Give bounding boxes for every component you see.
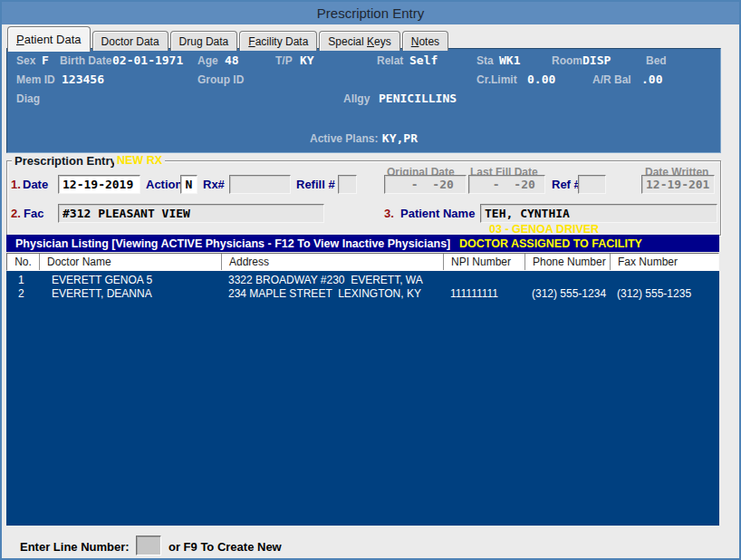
column-fax-number: Fax Number bbox=[611, 254, 720, 270]
patient-summary-panel: Sex F Birth Date 02-01-1971 Age 48 T/P K… bbox=[6, 48, 721, 153]
prescription-entry-window: { "window": { "title": "Prescription Ent… bbox=[0, 0, 741, 560]
table-row[interactable]: 2 EVERETT, DEANNA 234 MAPLE STREET LEXIN… bbox=[6, 287, 719, 301]
rx-number-label: Rx# bbox=[203, 178, 225, 191]
new-rx-status: NEW RX bbox=[114, 154, 165, 167]
refill-input[interactable] bbox=[338, 175, 357, 194]
action-label: Action bbox=[146, 178, 182, 191]
action-input[interactable] bbox=[180, 175, 197, 194]
facility-input[interactable] bbox=[58, 204, 324, 223]
field-2-number: 2. bbox=[11, 207, 21, 220]
sex-label: Sex bbox=[16, 54, 35, 67]
birth-date-value: 02-01-1971 bbox=[112, 53, 183, 67]
physician-listing-bar: Physician Listing [Viewing ACTIVE Physic… bbox=[6, 235, 719, 252]
cr-limit-value: 0.00 bbox=[527, 72, 555, 86]
mem-id-label: Mem ID bbox=[16, 73, 55, 86]
active-plans-value: KY,PR bbox=[382, 131, 418, 145]
column-no: No. bbox=[7, 254, 40, 270]
tab-strip: Patient Data Doctor Data Drug Data Facil… bbox=[7, 25, 448, 51]
tab-drug-data[interactable]: Drug Data bbox=[170, 31, 238, 51]
title-bar: Prescription Entry bbox=[2, 2, 739, 24]
enter-line-number-label: Enter Line Number: bbox=[20, 540, 130, 554]
last-fill-date-input[interactable] bbox=[468, 175, 545, 194]
bed-label: Bed bbox=[646, 54, 667, 67]
date-label: Date bbox=[23, 178, 48, 191]
physician-listing-title: Physician Listing [Viewing ACTIVE Physic… bbox=[15, 237, 450, 250]
rx-number-input[interactable] bbox=[229, 175, 291, 194]
sta-value: WK1 bbox=[499, 53, 520, 67]
relat-label: Relat bbox=[377, 54, 403, 67]
original-date-input[interactable] bbox=[384, 175, 467, 194]
group-id-label: Group ID bbox=[197, 73, 244, 86]
ref-number-label: Ref # bbox=[552, 178, 581, 191]
relat-value: Self bbox=[409, 53, 438, 67]
doctor-assigned-note: DOCTOR ASSIGNED TO FACILITY bbox=[459, 237, 642, 250]
ar-bal-value: .00 bbox=[641, 72, 662, 86]
driver-note: 03 - GENOA DRIVER bbox=[489, 223, 599, 236]
diag-label: Diag bbox=[16, 92, 40, 105]
age-label: Age bbox=[197, 54, 218, 67]
ref-number-input[interactable] bbox=[578, 175, 606, 194]
column-address: Address bbox=[222, 254, 444, 270]
patient-name-input[interactable] bbox=[480, 204, 717, 223]
column-npi-number: NPI Number bbox=[444, 254, 525, 270]
room-label: Room bbox=[552, 54, 582, 67]
tab-special-keys[interactable]: Special Keys bbox=[319, 31, 399, 51]
physician-table-body: 1 EVERETT GENOA 5 3322 BROADWAY #230 EVE… bbox=[6, 271, 719, 526]
birth-date-label: Birth Date bbox=[60, 54, 111, 67]
sex-value: F bbox=[42, 53, 49, 67]
tab-notes[interactable]: Notes bbox=[402, 31, 448, 51]
age-value: 48 bbox=[225, 53, 239, 67]
active-plans: Active Plans: KY,PR bbox=[7, 130, 720, 146]
window-title: Prescription Entry bbox=[317, 5, 424, 21]
room-value: DISP bbox=[582, 53, 611, 67]
allgy-value: PENICILLINS bbox=[379, 92, 457, 105]
prescription-entry-group-label: Prescription Entry bbox=[12, 154, 120, 168]
field-3-number: 3. bbox=[384, 207, 394, 220]
tab-patient-data[interactable]: Patient Data bbox=[7, 26, 91, 52]
mem-id-value: 123456 bbox=[62, 72, 104, 86]
date-input[interactable] bbox=[58, 175, 140, 194]
patient-name-label: Patient Name bbox=[400, 207, 475, 220]
sta-label: Sta bbox=[476, 54, 494, 67]
tp-label: T/P bbox=[275, 54, 293, 67]
cr-limit-label: Cr.Limit bbox=[476, 73, 517, 86]
column-phone-number: Phone Number bbox=[525, 254, 611, 270]
tab-facility-data[interactable]: Facility Data bbox=[239, 31, 317, 51]
tab-doctor-data[interactable]: Doctor Data bbox=[92, 31, 168, 51]
ar-bal-label: A/R Bal bbox=[592, 73, 631, 86]
prescription-entry-group bbox=[6, 160, 721, 236]
column-doctor-name: Doctor Name bbox=[40, 254, 222, 270]
physician-table-header: No. Doctor Name Address NPI Number Phone… bbox=[6, 253, 719, 271]
refill-label: Refill # bbox=[296, 178, 335, 191]
date-written-input[interactable] bbox=[641, 175, 715, 194]
line-number-input[interactable] bbox=[136, 536, 161, 555]
facility-label: Fac bbox=[24, 207, 43, 220]
table-row[interactable]: 1 EVERETT GENOA 5 3322 BROADWAY #230 EVE… bbox=[6, 274, 719, 287]
tp-value: KY bbox=[300, 53, 314, 67]
active-plans-label: Active Plans: bbox=[310, 132, 378, 145]
field-1-number: 1. bbox=[11, 178, 21, 191]
allgy-label: Allgy bbox=[343, 92, 370, 105]
f9-create-new-hint: or F9 To Create New bbox=[168, 540, 282, 554]
